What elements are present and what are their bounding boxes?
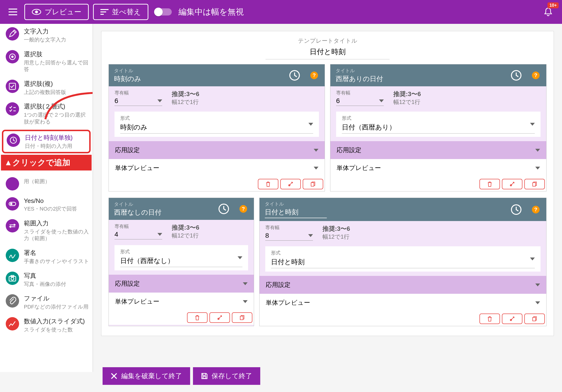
svg-rect-13	[311, 183, 314, 186]
help-icon[interactable]: ?	[239, 205, 247, 213]
clock-icon	[218, 203, 230, 215]
sidebar-item-title: 数値入力(スライダ式)	[24, 317, 85, 325]
sidebar-item-8[interactable]: 署名手書きのサインやイラスト	[0, 245, 93, 268]
sidebar-item-6[interactable]: Yes/NoYES・NOの2択で回答	[0, 194, 93, 216]
width-select[interactable]: 4	[115, 230, 162, 239]
sidebar-item-desc: 用意した回答から選んで回答	[24, 59, 89, 73]
width-label: 専有幅	[336, 90, 384, 96]
field-card-0[interactable]: タイトル 時刻のみ ? 専有幅 6 推奨:3〜6幅12で1行 形式 時刻のみ 応…	[108, 64, 325, 191]
sidebar: 文字入力一般的な文字入力 選択肢用意した回答から選んで回答 選択肢(複)上記の複…	[0, 24, 93, 372]
save-icon	[201, 373, 208, 379]
svg-point-1	[35, 11, 38, 13]
sidebar-item-4[interactable]: 日付と時刻(単独)日付・時刻の入力用	[2, 130, 91, 154]
sidebar-item-3[interactable]: 選択肢(２層式)1つの選択で２つ目の選択肢が変わる	[0, 99, 93, 128]
clock-icon	[288, 69, 301, 81]
menu-button[interactable]	[6, 5, 20, 19]
sidebar-item-10[interactable]: ファイルPDFなどの添付ファイル用	[0, 291, 93, 314]
copy-button[interactable]	[303, 179, 323, 189]
sidebar-item-11[interactable]: 数値入力(スライダ式)スライダを使った数	[0, 314, 93, 337]
field-card-3[interactable]: タイトル 日付と時刻 ? 専有幅 8 推奨:3〜6幅12で1行 形式 日付と時刻…	[259, 198, 547, 326]
advanced-accordion[interactable]: 応用設定	[330, 141, 546, 159]
width-select[interactable]: 6	[115, 96, 162, 106]
card-title-value[interactable]: 西暦なしの日付	[114, 208, 162, 217]
copy-button[interactable]	[524, 313, 545, 324]
help-icon[interactable]: ?	[532, 206, 539, 213]
settings-button[interactable]	[502, 179, 522, 189]
sidebar-item-0[interactable]: 文字入力一般的な文字入力	[0, 24, 93, 47]
width-select[interactable]: 6	[336, 96, 384, 106]
format-select[interactable]: 日付（西暦なし）	[120, 255, 242, 267]
delete-button[interactable]	[258, 179, 278, 189]
bell-icon	[544, 7, 552, 17]
notifications-button[interactable]: 10+	[541, 5, 555, 19]
sidebar-item-title: 日付と時刻(単独)	[25, 134, 72, 142]
sidebar-item-desc: YES・NOの2択で回答	[24, 206, 77, 212]
sidebar-item-1[interactable]: 選択肢用意した回答から選んで回答	[0, 47, 93, 76]
sidebar-item-title: 範囲入力	[24, 219, 89, 228]
clock-icon	[510, 69, 522, 81]
sidebar-item-5[interactable]: 用（範囲）	[0, 174, 93, 194]
advanced-accordion[interactable]: 応用設定	[259, 276, 546, 294]
settings-button[interactable]	[280, 179, 301, 189]
sidebar-item-9[interactable]: 写真写真・画像の添付	[0, 268, 93, 291]
width-select[interactable]: 8	[265, 231, 313, 241]
field-card-2[interactable]: タイトル 西暦なしの日付 ? 専有幅 4 推奨:3〜6幅12で1行 形式 日付（…	[108, 198, 254, 326]
sidebar-item-title: 文字入力	[24, 27, 66, 35]
sidebar-item-2[interactable]: 選択肢(複)上記の複数回答版	[0, 76, 93, 99]
card-title-value[interactable]: 時刻のみ	[114, 74, 141, 83]
card-title-value[interactable]: 西暦ありの日付	[336, 74, 383, 83]
copy-button[interactable]	[524, 179, 545, 189]
card-title-value[interactable]: 日付と時刻	[265, 208, 327, 218]
sidebar-item-title: 選択肢	[24, 50, 89, 58]
help-icon[interactable]: ?	[310, 71, 318, 79]
delete-button[interactable]	[480, 179, 500, 189]
width-sub: 幅12で1行	[172, 98, 199, 106]
preview-accordion[interactable]: 単体プレビュー	[109, 159, 325, 177]
sidebar-item-desc: 手書きのサインやイラスト	[24, 258, 89, 265]
format-select[interactable]: 日付（西暦あり）	[342, 121, 535, 134]
save-button[interactable]: 保存して終了	[193, 367, 260, 385]
checklist-icon	[6, 102, 19, 116]
preview-accordion[interactable]: 単体プレビュー	[330, 159, 546, 177]
width-label: 専有幅	[265, 224, 313, 231]
field-card-1[interactable]: タイトル 西暦ありの日付 ? 専有幅 6 推奨:3〜6幅12で1行 形式 日付（…	[330, 64, 547, 191]
preview-label: プレビュー	[45, 7, 81, 17]
settings-button[interactable]	[210, 312, 230, 323]
sidebar-item-title: 選択肢(複)	[24, 80, 66, 88]
sidebar-item-7[interactable]: 範囲入力スライダを使った数値の入力（範囲）	[0, 216, 93, 245]
toggle-label: 編集中は幅を無視	[178, 6, 244, 17]
preview-accordion[interactable]: 単体プレビュー	[109, 293, 254, 311]
copy-button[interactable]	[232, 312, 252, 323]
ignore-width-toggle[interactable]	[155, 8, 172, 15]
eye-icon	[32, 9, 41, 15]
format-label: 形式	[271, 250, 535, 256]
sidebar-item-desc: 1つの選択で２つ目の選択肢が変わる	[24, 112, 89, 125]
sort-icon	[100, 9, 108, 15]
sidebar-item-desc: 用（範囲）	[24, 178, 50, 185]
width-sub: 幅12で1行	[172, 232, 199, 239]
format-select[interactable]: 日付と時刻	[271, 256, 535, 268]
svg-point-7	[10, 203, 12, 205]
template-title[interactable]: 日付と時刻	[266, 47, 389, 59]
svg-rect-16	[533, 183, 536, 186]
delete-button[interactable]	[187, 312, 208, 323]
advanced-accordion[interactable]: 応用設定	[109, 275, 254, 293]
format-select[interactable]: 時刻のみ	[120, 121, 313, 134]
discard-button[interactable]: 編集を破棄して終了	[103, 367, 190, 385]
width-recommend: 推奨:3〜6	[172, 223, 199, 232]
sidebar-item-desc: 日付・時刻の入力用	[25, 143, 72, 150]
camera-icon	[6, 272, 19, 285]
width-sub: 幅12で1行	[323, 233, 350, 241]
advanced-accordion[interactable]: 応用設定	[109, 141, 325, 159]
delete-button[interactable]	[480, 313, 500, 324]
sort-button[interactable]: 並べ替え	[93, 4, 148, 20]
sidebar-item-title: Yes/No	[24, 197, 77, 205]
help-icon[interactable]: ?	[532, 71, 539, 79]
clock-icon	[7, 134, 20, 147]
svg-rect-22	[533, 317, 536, 321]
settings-button[interactable]	[502, 313, 522, 324]
card-title-label: タイトル	[114, 68, 141, 74]
preview-accordion[interactable]: 単体プレビュー	[259, 294, 546, 312]
preview-button[interactable]: プレビュー	[24, 4, 89, 20]
sidebar-item-desc: 一般的な文字入力	[24, 36, 66, 43]
